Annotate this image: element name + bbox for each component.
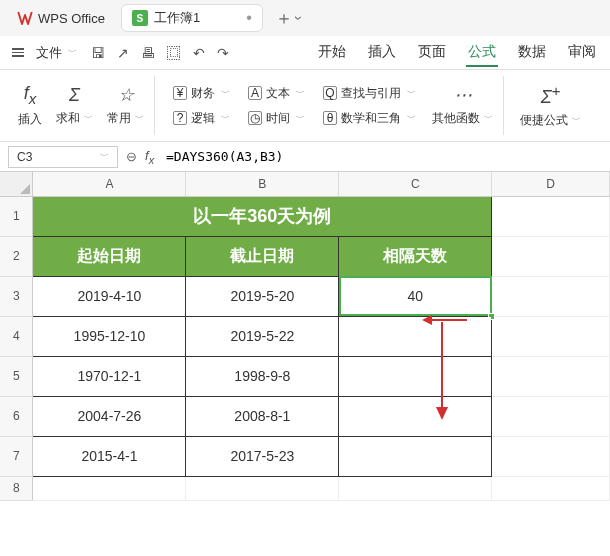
tab-unsaved-dot: • (246, 9, 252, 27)
row-header-6[interactable]: 6 (0, 396, 33, 436)
ribbon-group-quick: Σ+ 便捷公式﹀ (510, 76, 591, 135)
chevron-down-icon: ﹀ (100, 150, 109, 163)
formula-bar: C3 ﹀ ⊖ fx (0, 142, 610, 172)
math-button[interactable]: θ数学和三角﹀ (319, 108, 420, 129)
save-icon[interactable]: 🖫 (91, 45, 105, 61)
logical-button[interactable]: ?逻辑﹀ (169, 108, 234, 129)
cell-c4[interactable] (339, 316, 492, 356)
add-tab-button[interactable]: ＋ (275, 6, 293, 30)
lookup-button[interactable]: Q查找与引用﹀ (319, 83, 420, 104)
row-header-5[interactable]: 5 (0, 356, 33, 396)
star-icon: ☆ (118, 84, 134, 106)
name-box[interactable]: C3 ﹀ (8, 146, 118, 168)
undo-icon[interactable]: ↶ (193, 45, 205, 61)
tab-page[interactable]: 页面 (416, 39, 448, 67)
cell-b7[interactable]: 2017-5-23 (186, 436, 339, 476)
cell-a4[interactable]: 1995-12-10 (33, 316, 186, 356)
cell-d7[interactable] (492, 436, 610, 476)
col-header-a[interactable]: A (33, 172, 186, 196)
cell-d4[interactable] (492, 316, 610, 356)
autosum-button[interactable]: Σ 求和﹀ (54, 81, 95, 131)
row-header-4[interactable]: 4 (0, 316, 33, 356)
cell-b8[interactable] (186, 476, 339, 500)
fx-icon: fx (24, 83, 37, 107)
cell-c6[interactable] (339, 396, 492, 436)
row-header-3[interactable]: 3 (0, 276, 33, 316)
chevron-down-icon: ﹀ (68, 46, 77, 59)
row-header-8[interactable]: 8 (0, 476, 33, 500)
spreadsheet-grid[interactable]: A B C D 1 以一年360天为例 2 起始日期 截止日期 相隔天数 3 2… (0, 172, 610, 501)
cell-d2[interactable] (492, 236, 610, 276)
select-all-corner[interactable] (0, 172, 33, 196)
hamburger-icon (8, 44, 28, 61)
financial-button[interactable]: ¥财务﹀ (169, 83, 234, 104)
quick-formula-button[interactable]: Σ+ 便捷公式﹀ (518, 78, 583, 133)
header-start[interactable]: 起始日期 (33, 236, 186, 276)
cell-c5[interactable] (339, 356, 492, 396)
cell-c8[interactable] (339, 476, 492, 500)
file-bar: 文件 ﹀ 🖫 ↗ 🖶 ⿴ ↶ ↷ 开始 插入 页面 公式 数据 审阅 (0, 36, 610, 70)
cancel-icon[interactable]: ⊖ (126, 149, 137, 164)
cell-c7[interactable] (339, 436, 492, 476)
cell-b5[interactable]: 1998-9-8 (186, 356, 339, 396)
sigma-plus-icon: Σ+ (541, 82, 561, 108)
title-cell[interactable]: 以一年360天为例 (33, 196, 492, 236)
math-icon: θ (323, 111, 337, 125)
ribbon: fx 插入 Σ 求和﹀ ☆ 常用﹀ ¥财务﹀ ?逻辑﹀ A文本﹀ ◷时间﹀ Q查… (0, 70, 610, 142)
fx-icon[interactable]: fx (145, 148, 154, 166)
cell-d6[interactable] (492, 396, 610, 436)
ribbon-group-insert: fx 插入 Σ 求和﹀ ☆ 常用﹀ (8, 76, 155, 135)
more-functions-button[interactable]: ⋯ 其他函数﹀ (430, 80, 495, 131)
tab-formula[interactable]: 公式 (466, 39, 498, 67)
formula-input[interactable] (162, 146, 602, 168)
cell-a7[interactable]: 2015-4-1 (33, 436, 186, 476)
header-days[interactable]: 相隔天数 (339, 236, 492, 276)
cell-a3[interactable]: 2019-4-10 (33, 276, 186, 316)
common-button[interactable]: ☆ 常用﹀ (105, 80, 146, 131)
wps-logo[interactable]: WPS Office (8, 5, 113, 31)
tab-insert[interactable]: 插入 (366, 39, 398, 67)
cell-d8[interactable] (492, 476, 610, 500)
tab-review[interactable]: 审阅 (566, 39, 598, 67)
cell-b6[interactable]: 2008-8-1 (186, 396, 339, 436)
datetime-button[interactable]: ◷时间﹀ (244, 108, 309, 129)
text-button[interactable]: A文本﹀ (244, 83, 309, 104)
cell-a6[interactable]: 2004-7-26 (33, 396, 186, 436)
app-name: WPS Office (38, 11, 105, 26)
cell-c3[interactable]: 40 (339, 276, 492, 316)
cell-d5[interactable] (492, 356, 610, 396)
more-icon: ⋯ (454, 84, 472, 106)
sigma-icon: Σ (69, 85, 80, 106)
wps-icon (16, 9, 34, 27)
header-end[interactable]: 截止日期 (186, 236, 339, 276)
tab-data[interactable]: 数据 (516, 39, 548, 67)
preview-icon[interactable]: ⿴ (167, 45, 181, 61)
file-label: 文件 (36, 44, 62, 62)
tab-start[interactable]: 开始 (316, 39, 348, 67)
lookup-icon: Q (323, 86, 337, 100)
cell-d1[interactable] (492, 196, 610, 236)
clock-icon: ◷ (248, 111, 262, 125)
financial-icon: ¥ (173, 86, 187, 100)
title-bar: WPS Office S 工作簿1 • ＋ › (0, 0, 610, 36)
export-icon[interactable]: ↗ (117, 45, 129, 61)
print-icon[interactable]: 🖶 (141, 45, 155, 61)
cell-b4[interactable]: 2019-5-22 (186, 316, 339, 356)
redo-icon[interactable]: ↷ (217, 45, 229, 61)
menu-tabs: 开始 插入 页面 公式 数据 审阅 (316, 39, 602, 67)
document-tab[interactable]: S 工作簿1 • (121, 4, 263, 32)
row-header-1[interactable]: 1 (0, 196, 33, 236)
col-header-b[interactable]: B (186, 172, 339, 196)
cell-d3[interactable] (492, 276, 610, 316)
logical-icon: ? (173, 111, 187, 125)
insert-function-button[interactable]: fx 插入 (16, 79, 44, 132)
col-header-c[interactable]: C (339, 172, 492, 196)
col-header-d[interactable]: D (492, 172, 610, 196)
file-menu[interactable]: 文件 ﹀ (8, 44, 77, 62)
cell-a5[interactable]: 1970-12-1 (33, 356, 186, 396)
cell-a8[interactable] (33, 476, 186, 500)
tab-menu-chevron[interactable]: › (291, 16, 307, 21)
cell-b3[interactable]: 2019-5-20 (186, 276, 339, 316)
row-header-2[interactable]: 2 (0, 236, 33, 276)
row-header-7[interactable]: 7 (0, 436, 33, 476)
